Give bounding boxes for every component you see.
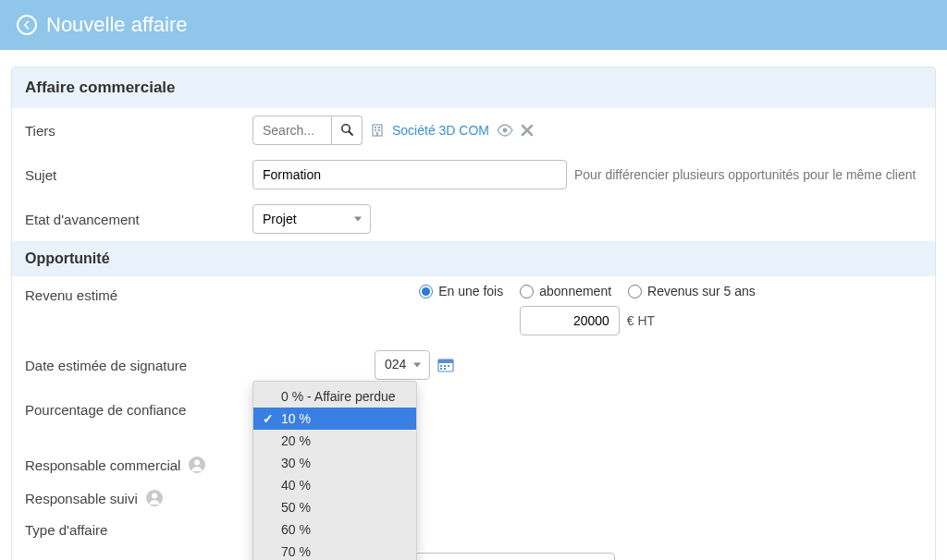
- label-revenu: Revenu estimé: [25, 284, 243, 303]
- label-confiance: Pourcentage de confiance: [25, 402, 243, 418]
- avatar-icon-2: [145, 489, 164, 507]
- label-date-sig: Date estimée de signature: [25, 358, 243, 373]
- confidence-option[interactable]: 0 % - Affaire perdue: [253, 385, 416, 408]
- radio-five[interactable]: Revenus sur 5 ans: [628, 284, 756, 298]
- label-resp-com: Responsable commercial: [25, 457, 180, 473]
- revenu-currency: € HT: [627, 313, 655, 328]
- label-resp-suivi: Responsable suivi: [25, 491, 138, 506]
- label-sujet: Sujet: [25, 167, 243, 183]
- page-title: Nouvelle affaire: [46, 13, 187, 37]
- row-type-affaire: Type d'affaire: [12, 515, 935, 545]
- svg-rect-5: [375, 129, 376, 131]
- tiers-search-group: [252, 116, 363, 145]
- svg-line-1: [350, 131, 353, 135]
- revenu-amount-input[interactable]: [520, 306, 620, 335]
- radio-once-input[interactable]: [419, 285, 433, 298]
- close-icon[interactable]: [521, 124, 534, 137]
- confidence-option[interactable]: 60 %: [253, 518, 416, 541]
- radio-five-label: Revenus sur 5 ans: [647, 284, 756, 298]
- search-icon: [339, 122, 354, 140]
- calendar-icon[interactable]: [437, 358, 454, 372]
- label-etat: Etat d'avancement: [25, 212, 243, 227]
- form-panel: Affaire commerciale Tiers Société 3D COM: [11, 67, 936, 560]
- svg-rect-3: [375, 127, 376, 128]
- confidence-option[interactable]: 40 %: [253, 474, 416, 496]
- radio-once[interactable]: En une fois: [419, 284, 503, 298]
- radio-abo[interactable]: abonnement: [520, 284, 611, 298]
- date-year-select[interactable]: 024: [375, 350, 430, 380]
- svg-rect-7: [376, 132, 378, 136]
- label-tiers: Tiers: [25, 123, 243, 139]
- tiers-company-link[interactable]: Société 3D COM: [392, 123, 489, 138]
- svg-point-8: [503, 128, 508, 133]
- row-revenu: Revenu estimé En une fois abonnement Rev…: [12, 276, 935, 343]
- row-sujet: Sujet Pour différencier plusieurs opport…: [12, 152, 935, 197]
- eye-icon[interactable]: [497, 124, 513, 137]
- tiers-search-button[interactable]: [332, 116, 363, 145]
- sujet-hint: Pour différencier plusieurs opportunités…: [574, 167, 916, 182]
- radio-once-label: En une fois: [438, 284, 503, 298]
- svg-rect-12: [438, 359, 453, 363]
- radio-five-input[interactable]: [628, 285, 642, 298]
- section-opportunite-title: Opportunité: [12, 241, 935, 276]
- svg-rect-15: [448, 365, 449, 367]
- svg-rect-6: [378, 129, 380, 131]
- confidence-option[interactable]: 70 %: [253, 541, 416, 560]
- row-tiers: Tiers Société 3D COM: [12, 108, 935, 152]
- svg-rect-17: [444, 368, 446, 370]
- svg-rect-4: [378, 127, 380, 128]
- confidence-dropdown[interactable]: 0 % - Affaire perdue10 %20 %30 %40 %50 %…: [252, 381, 417, 560]
- etat-select-wrap: Projet: [252, 204, 371, 234]
- row-etat: Etat d'avancement Projet: [12, 197, 935, 241]
- svg-rect-14: [444, 365, 446, 367]
- sujet-input[interactable]: [252, 160, 567, 189]
- back-icon[interactable]: [17, 15, 37, 35]
- building-icon: [370, 123, 385, 138]
- radio-abo-input[interactable]: [520, 285, 534, 298]
- row-resp-com: Responsable commercial: [12, 448, 935, 481]
- svg-rect-13: [440, 365, 442, 367]
- confidence-option[interactable]: 20 %: [253, 430, 416, 452]
- avatar-icon: [188, 456, 206, 474]
- confidence-option[interactable]: 50 %: [253, 496, 416, 518]
- svg-rect-16: [440, 368, 442, 370]
- tiers-search-input[interactable]: [252, 116, 332, 145]
- row-campagne: Campagne: [12, 545, 935, 560]
- radio-abo-label: abonnement: [539, 284, 611, 298]
- confidence-option[interactable]: 30 %: [253, 452, 416, 474]
- label-type-affaire: Type d'affaire: [25, 522, 243, 538]
- row-date-sig: Date estimée de signature 024: [12, 343, 935, 387]
- row-resp-suivi: Responsable suivi: [12, 481, 935, 515]
- etat-select[interactable]: Projet: [252, 204, 371, 234]
- svg-point-19: [194, 460, 200, 466]
- page-header: Nouvelle affaire: [0, 0, 947, 50]
- date-year-select-wrap: 024: [375, 350, 430, 380]
- section-affaire-title: Affaire commerciale: [12, 67, 935, 108]
- svg-point-21: [152, 493, 157, 499]
- row-confiance: Pourcentage de confiance 0 % - Affaire p…: [12, 387, 935, 432]
- confidence-option[interactable]: 10 %: [253, 408, 416, 430]
- revenu-radio-group: En une fois abonnement Revenus sur 5 ans: [419, 284, 756, 298]
